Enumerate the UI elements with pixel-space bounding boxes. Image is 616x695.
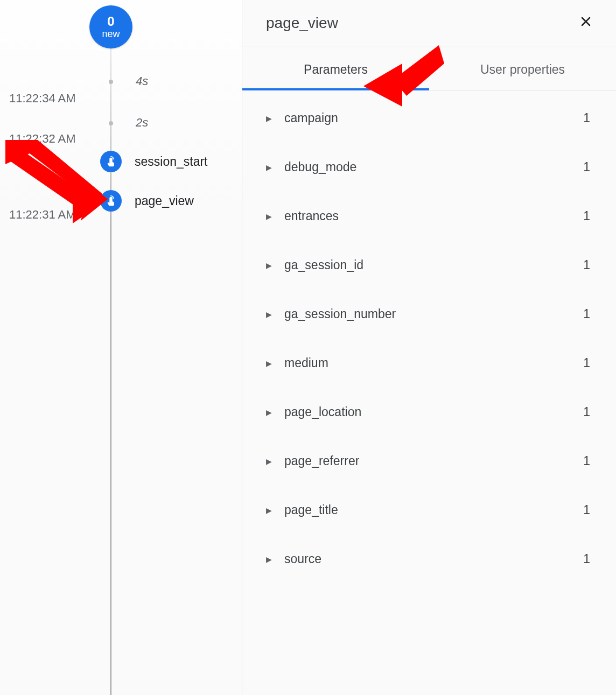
expand-icon: ▶ xyxy=(266,555,272,564)
parameter-key: campaign xyxy=(284,111,583,125)
tab-user-properties[interactable]: User properties xyxy=(429,46,616,90)
parameter-key: source xyxy=(284,552,583,566)
parameter-count: 1 xyxy=(583,552,590,566)
parameter-count: 1 xyxy=(583,356,590,370)
parameter-row[interactable]: ▶ debug_mode 1 xyxy=(242,143,616,192)
event-page-view[interactable]: page_view xyxy=(100,190,194,212)
timeline-pane: 0 new 4s 11:22:34 AM 2s 11:22:32 AM sess… xyxy=(0,0,242,695)
parameter-row[interactable]: ▶ page_location 1 xyxy=(242,388,616,437)
expand-icon: ▶ xyxy=(266,310,272,319)
annotation-arrow-icon xyxy=(0,135,108,226)
parameter-row[interactable]: ▶ medium 1 xyxy=(242,339,616,388)
parameter-count: 1 xyxy=(583,258,590,272)
expand-icon: ▶ xyxy=(266,506,272,515)
parameter-row[interactable]: ▶ ga_session_number 1 xyxy=(242,290,616,339)
parameter-count: 1 xyxy=(583,405,590,419)
parameter-row[interactable]: ▶ page_title 1 xyxy=(242,486,616,535)
duration-label: 2s xyxy=(136,116,148,130)
parameter-row[interactable]: ▶ entrances 1 xyxy=(242,192,616,241)
parameter-key: entrances xyxy=(284,209,583,223)
expand-icon: ▶ xyxy=(266,163,272,172)
parameter-key: page_title xyxy=(284,503,583,517)
expand-icon: ▶ xyxy=(266,408,272,417)
parameter-count: 1 xyxy=(583,111,590,125)
event-label: page_view xyxy=(135,194,194,208)
duration-label: 4s xyxy=(136,74,148,88)
details-title: page_view xyxy=(266,15,338,32)
annotation-arrow-icon xyxy=(363,42,444,107)
parameter-key: page_referrer xyxy=(284,454,583,468)
timeline-line xyxy=(110,46,111,695)
parameter-key: debug_mode xyxy=(284,160,583,174)
svg-marker-3 xyxy=(363,64,402,107)
parameter-count: 1 xyxy=(583,209,590,223)
expand-icon: ▶ xyxy=(266,114,272,123)
parameter-count: 1 xyxy=(583,160,590,174)
timeline-tick-dot xyxy=(109,121,113,125)
expand-icon: ▶ xyxy=(266,212,272,221)
expand-icon: ▶ xyxy=(266,261,272,270)
timeline-tick-dot xyxy=(109,80,113,84)
parameter-key: ga_session_number xyxy=(284,307,583,321)
parameter-key: ga_session_id xyxy=(284,258,583,272)
close-icon[interactable] xyxy=(577,13,594,33)
expand-icon: ▶ xyxy=(266,457,272,466)
expand-icon: ▶ xyxy=(266,359,272,368)
parameter-row[interactable]: ▶ source 1 xyxy=(242,535,616,584)
new-events-badge[interactable]: 0 new xyxy=(89,5,132,48)
parameter-count: 1 xyxy=(583,454,590,468)
parameter-key: page_location xyxy=(284,405,583,419)
new-events-count: 0 xyxy=(107,15,114,28)
svg-marker-2 xyxy=(73,175,108,223)
tab-label: Parameters xyxy=(304,62,368,76)
parameter-count: 1 xyxy=(583,503,590,517)
details-header: page_view xyxy=(242,0,616,46)
details-pane: page_view Parameters User properties xyxy=(242,0,616,695)
new-events-label: new xyxy=(102,29,120,39)
parameter-count: 1 xyxy=(583,307,590,321)
parameter-row[interactable]: ▶ ga_session_id 1 xyxy=(242,241,616,290)
timestamp-label: 11:22:34 AM xyxy=(9,92,76,106)
event-session-start[interactable]: session_start xyxy=(100,151,208,172)
parameter-list: ▶ campaign 1 ▶ debug_mode 1 ▶ entrances … xyxy=(242,90,616,695)
event-label: session_start xyxy=(135,155,208,169)
tab-label: User properties xyxy=(480,62,565,76)
parameter-row[interactable]: ▶ page_referrer 1 xyxy=(242,437,616,486)
parameter-key: medium xyxy=(284,356,583,370)
